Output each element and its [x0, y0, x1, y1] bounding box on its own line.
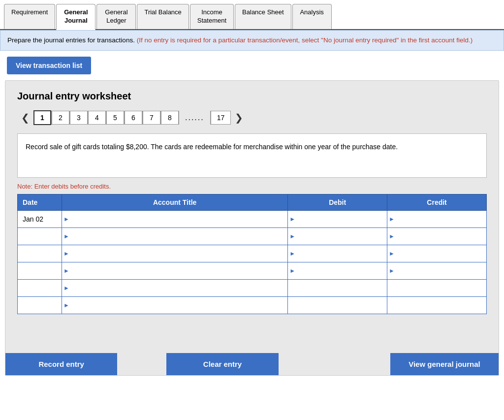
cell-credit-1[interactable]: ►	[387, 211, 487, 228]
arrow-icon-3: ►	[62, 250, 71, 257]
input-credit-6[interactable]	[387, 297, 486, 314]
note-text: Note: Enter debits before credits.	[17, 183, 487, 190]
cell-account-2[interactable]: ►	[62, 228, 288, 245]
page-btn-4[interactable]: 4	[88, 111, 106, 125]
instruction-main: Prepare the journal entries for transact…	[7, 36, 135, 44]
arrow-icon-debit-1: ►	[288, 216, 297, 223]
arrow-icon-credit-1: ►	[387, 216, 396, 223]
input-debit-6[interactable]	[288, 297, 387, 314]
arrow-icon-debit-3: ►	[288, 250, 297, 257]
page-btn-1[interactable]: 1	[33, 110, 51, 125]
input-account-5[interactable]	[71, 280, 287, 296]
cell-date-3	[18, 245, 62, 262]
input-account-2[interactable]	[71, 228, 287, 245]
cell-date-6	[18, 297, 62, 314]
cell-credit-6[interactable]	[387, 297, 487, 314]
arrow-icon-4: ►	[62, 267, 71, 274]
input-debit-2[interactable]	[297, 228, 387, 245]
record-entry-button[interactable]: Record entry	[5, 353, 117, 375]
cell-credit-3[interactable]: ►	[387, 245, 487, 262]
worksheet-title: Journal entry worksheet	[17, 91, 487, 102]
tab-general-journal[interactable]: GeneralJournal	[56, 4, 95, 30]
cell-account-3[interactable]: ►	[62, 245, 288, 262]
input-account-3[interactable]	[71, 245, 287, 262]
table-row: ► ► ►	[18, 245, 487, 262]
input-debit-3[interactable]	[297, 245, 387, 262]
input-credit-5[interactable]	[387, 280, 486, 296]
input-account-1[interactable]	[71, 211, 287, 227]
journal-table: Date Account Title Debit Credit Jan 02 ►…	[17, 194, 487, 314]
instruction-red: (If no entry is required for a particula…	[137, 36, 473, 44]
input-credit-1[interactable]	[396, 211, 486, 227]
cell-debit-2[interactable]: ►	[288, 228, 387, 245]
page-btn-17[interactable]: 17	[211, 111, 231, 125]
arrow-icon-5: ►	[62, 285, 71, 291]
arrow-icon-2: ►	[62, 233, 71, 240]
pagination: ❮ 1 2 3 4 5 6 7 8 ...... 17 ❯	[17, 110, 487, 126]
tab-income-statement[interactable]: IncomeStatement	[190, 4, 234, 29]
cell-debit-4[interactable]: ►	[288, 262, 387, 280]
cell-account-6[interactable]: ►	[62, 297, 288, 314]
col-header-credit: Credit	[387, 194, 487, 211]
arrow-icon-credit-2: ►	[387, 233, 396, 240]
tab-balance-sheet[interactable]: Balance Sheet	[235, 4, 291, 29]
arrow-icon-credit-3: ►	[387, 250, 396, 257]
tab-analysis[interactable]: Analysis	[292, 4, 332, 29]
view-transaction-area: View transaction list	[0, 51, 504, 80]
cell-debit-1[interactable]: ►	[288, 211, 387, 228]
tab-requirement[interactable]: Requirement	[4, 4, 55, 29]
input-debit-4[interactable]	[297, 262, 387, 279]
cell-credit-2[interactable]: ►	[387, 228, 487, 245]
page-next-button[interactable]: ❯	[231, 110, 247, 126]
arrow-icon-credit-4: ►	[387, 267, 396, 274]
input-account-4[interactable]	[71, 262, 287, 279]
cell-debit-5[interactable]	[288, 280, 387, 297]
table-row: ►	[18, 297, 487, 314]
tabs-container: Requirement GeneralJournal GeneralLedger…	[0, 0, 504, 30]
arrow-icon-1: ►	[62, 216, 71, 223]
cell-date-2	[18, 228, 62, 245]
input-debit-5[interactable]	[288, 280, 387, 296]
input-debit-1[interactable]	[297, 211, 387, 227]
arrow-icon-6: ►	[62, 302, 71, 309]
input-credit-2[interactable]	[396, 228, 486, 245]
cell-credit-5[interactable]	[387, 280, 487, 297]
cell-debit-3[interactable]: ►	[288, 245, 387, 262]
table-row: ► ► ►	[18, 262, 487, 280]
bottom-buttons-row: Record entry Clear entry View general jo…	[5, 346, 499, 375]
cell-date-5	[18, 280, 62, 297]
page-btn-6[interactable]: 6	[125, 111, 142, 125]
page-btn-7[interactable]: 7	[143, 111, 160, 125]
col-header-date: Date	[18, 194, 62, 211]
page-prev-button[interactable]: ❮	[17, 110, 33, 126]
transaction-description: Record sale of gift cards totaling $8,20…	[17, 133, 487, 178]
table-row: Jan 02 ► ► ►	[18, 211, 487, 228]
page-btn-5[interactable]: 5	[106, 111, 124, 125]
tab-general-ledger[interactable]: GeneralLedger	[96, 4, 136, 29]
cell-credit-4[interactable]: ►	[387, 262, 487, 280]
view-transaction-button[interactable]: View transaction list	[7, 57, 91, 74]
col-header-debit: Debit	[288, 194, 387, 211]
arrow-icon-debit-2: ►	[288, 233, 297, 240]
table-row: ►	[18, 280, 487, 297]
cell-account-5[interactable]: ►	[62, 280, 288, 297]
col-header-account: Account Title	[62, 194, 288, 211]
arrow-icon-debit-4: ►	[288, 267, 297, 274]
instruction-banner: Prepare the journal entries for transact…	[0, 30, 504, 51]
tab-trial-balance[interactable]: Trial Balance	[137, 4, 189, 29]
cell-account-4[interactable]: ►	[62, 262, 288, 280]
cell-debit-6[interactable]	[288, 297, 387, 314]
cell-date-1: Jan 02	[18, 211, 62, 228]
cell-account-1[interactable]: ►	[62, 211, 288, 228]
cell-date-4	[18, 262, 62, 280]
input-credit-4[interactable]	[396, 262, 486, 279]
table-row: ► ► ►	[18, 228, 487, 245]
page-btn-2[interactable]: 2	[52, 111, 69, 125]
view-general-journal-button[interactable]: View general journal	[390, 353, 499, 375]
input-account-6[interactable]	[71, 297, 287, 314]
page-btn-3[interactable]: 3	[70, 111, 88, 125]
input-credit-3[interactable]	[396, 245, 486, 262]
page-btn-8[interactable]: 8	[161, 111, 179, 125]
worksheet-container: Journal entry worksheet ❮ 1 2 3 4 5 6 7 …	[5, 80, 499, 376]
clear-entry-button[interactable]: Clear entry	[166, 353, 278, 375]
